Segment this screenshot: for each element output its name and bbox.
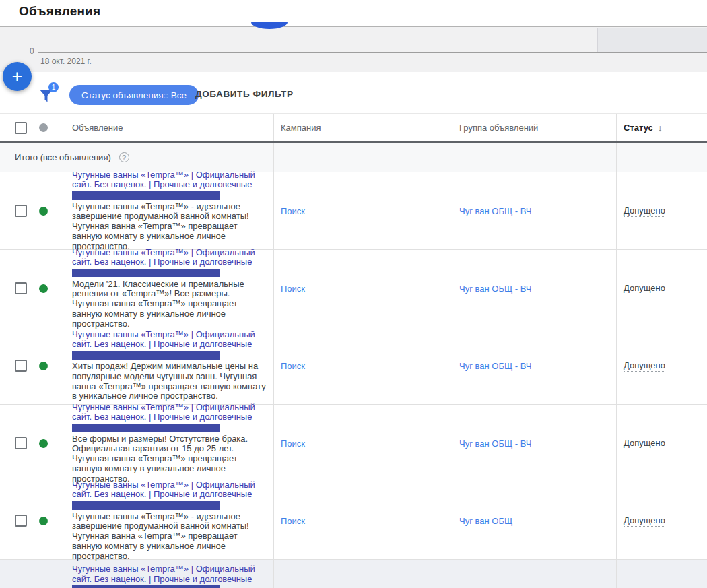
redacted-url-bar (72, 351, 220, 360)
page-title: Объявления (19, 4, 100, 19)
plus-icon: + (12, 67, 23, 87)
row-checkbox[interactable] (15, 515, 27, 527)
ad-group-link[interactable]: Чуг ван ОБЩ - ВЧ (459, 284, 531, 294)
row-checkbox[interactable] (15, 437, 27, 449)
ads-page: Объявления 0 18 окт. 2021 г. + 1 Статус … (0, 0, 707, 588)
row-checkbox[interactable] (15, 282, 27, 294)
page-header: Объявления (0, 0, 707, 27)
ad-title-link[interactable]: Чугунные ванны «Tempra™» | Официальный с… (72, 564, 269, 584)
add-filter-button[interactable]: ДОБАВИТЬ ФИЛЬТР (195, 89, 294, 99)
table-row: Чугунные ванны «Tempra™» | Официальный с… (0, 250, 707, 327)
header-cell-ad-group: Группа объявлений (452, 114, 617, 141)
chart-zero-axis (38, 52, 707, 53)
select-all-checkbox[interactable] (15, 122, 27, 134)
column-label-ad[interactable]: Объявление (72, 123, 123, 133)
filter-funnel-icon[interactable]: 1 (39, 84, 59, 104)
redacted-url-bar (72, 501, 220, 510)
status-dot-enabled[interactable] (39, 362, 48, 370)
filter-bar: 1 Статус объявления:: Все ДОБАВИТЬ ФИЛЬТ… (0, 72, 707, 113)
status-filter-chip[interactable]: Статус объявления:: Все (69, 85, 199, 105)
status-dot-enabled[interactable] (39, 207, 48, 216)
ads-table: Объявление Кампания Группа объявлений Ст… (0, 113, 707, 588)
add-ad-button[interactable]: + (3, 62, 32, 91)
campaign-link[interactable]: Поиск (281, 361, 305, 371)
table-row: Чугунные ванны «Tempra™» | Официальный с… (0, 482, 707, 560)
ad-title-link[interactable]: Чугунные ванны «Tempra™» | Официальный с… (72, 330, 269, 350)
redacted-url-bar (72, 191, 220, 200)
ad-title-link[interactable]: Чугунные ванны «Tempra™» | Официальный с… (72, 248, 269, 267)
table-row: Чугунные ванны «Tempra™» | Официальный с… (0, 327, 707, 405)
help-icon[interactable]: ? (119, 152, 129, 162)
ad-description: Чугунные ванны «Tempra™» - идеальное зав… (72, 512, 269, 562)
status-dot-enabled[interactable] (39, 284, 48, 293)
header-cell-status: Статус ↓ (617, 114, 700, 141)
status-value[interactable]: Допущено (624, 283, 665, 294)
performance-chart-strip: 0 18 окт. 2021 г. (0, 27, 707, 72)
status-dot-enabled[interactable] (39, 439, 48, 448)
totals-label: Итого (все объявления) (15, 152, 111, 162)
header-cell-ad: Объявление (0, 114, 274, 141)
totals-row: Итого (все объявления) ? (0, 143, 707, 172)
campaign-link[interactable]: Поиск (281, 206, 305, 216)
row-checkbox[interactable] (15, 205, 27, 217)
ad-group-link[interactable]: Чуг ван ОБЩ - ВЧ (459, 438, 531, 449)
ad-description: Хиты продаж! Держим минимальные цены на … (72, 362, 269, 401)
header-cell-spacer (700, 114, 707, 141)
column-label-ad-group[interactable]: Группа объявлений (459, 123, 538, 133)
table-row: Чугунные ванны «Tempra™» | Официальный с… (0, 172, 707, 250)
redacted-url-bar (72, 424, 220, 432)
status-dot-enabled[interactable] (39, 517, 48, 525)
ad-description: Все формы и размеры! Отстутствие брака. … (72, 434, 269, 484)
ad-group-link[interactable]: Чуг ван ОБЩ (459, 516, 512, 526)
filter-count-badge: 1 (48, 82, 59, 92)
totals-cell: Итого (все объявления) ? (0, 143, 274, 172)
status-value[interactable]: Допущено (624, 360, 665, 372)
redacted-url-bar (72, 585, 220, 588)
chart-zero-tick: 0 (30, 46, 34, 56)
table-header-row: Объявление Кампания Группа объявлений Ст… (0, 114, 707, 143)
campaign-link[interactable]: Поиск (281, 284, 305, 294)
ad-title-link[interactable]: Чугунные ванны «Tempra™» | Официальный с… (72, 170, 269, 190)
chart-arc-decoration (251, 22, 288, 29)
ad-description: Модели '21. Классические и премиальные р… (72, 280, 269, 329)
ad-group-link[interactable]: Чуг ван ОБЩ - ВЧ (459, 361, 531, 371)
table-row-partial: Чугунные ванны «Tempra™» | Официальный с… (0, 560, 707, 588)
sort-descending-icon[interactable]: ↓ (658, 123, 663, 133)
redacted-url-bar (72, 269, 220, 277)
status-dot-header-icon (39, 123, 48, 132)
column-label-campaign[interactable]: Кампания (281, 123, 321, 133)
chart-date-label: 18 окт. 2021 г. (40, 57, 92, 66)
status-value[interactable]: Допущено (624, 438, 665, 449)
ad-group-link[interactable]: Чуг ван ОБЩ - ВЧ (459, 206, 531, 216)
table-row: Чугунные ванны «Tempra™» | Официальный с… (0, 405, 707, 482)
status-value[interactable]: Допущено (624, 205, 665, 217)
campaign-link[interactable]: Поиск (281, 438, 305, 449)
ad-title-link[interactable]: Чугунные ванны «Tempra™» | Официальный с… (72, 480, 269, 500)
row-checkbox[interactable] (15, 360, 27, 372)
campaign-link[interactable]: Поиск (281, 516, 305, 526)
status-value[interactable]: Допущено (624, 515, 665, 527)
header-cell-campaign: Кампания (274, 114, 452, 141)
ad-description: Чугунные ванны «Tempra™» - идеальное зав… (72, 202, 269, 252)
column-label-status[interactable]: Статус (624, 123, 653, 133)
ad-title-link[interactable]: Чугунные ванны «Tempra™» | Официальный с… (72, 403, 269, 422)
chart-shaded-region (597, 28, 707, 52)
